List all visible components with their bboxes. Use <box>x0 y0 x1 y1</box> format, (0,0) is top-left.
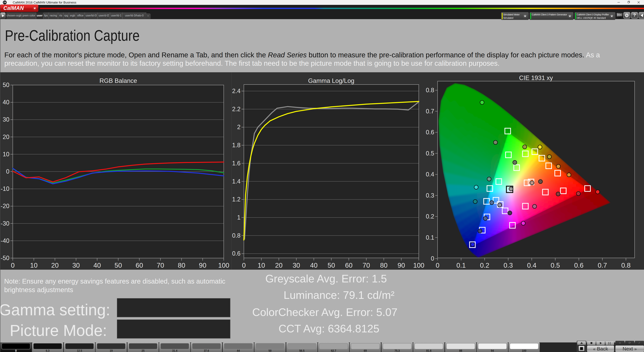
svg-text:0.4: 0.4 <box>527 262 536 269</box>
svg-text:0: 0 <box>6 168 10 175</box>
svg-text:1.4: 1.4 <box>232 178 240 185</box>
svg-text:0.5: 0.5 <box>426 150 434 157</box>
svg-text:10: 10 <box>30 262 38 269</box>
svg-text:-50: -50 <box>1 254 10 262</box>
svg-text:1: 1 <box>237 214 240 221</box>
svg-text:1.8: 1.8 <box>232 142 240 148</box>
svg-text:60: 60 <box>136 262 143 269</box>
svg-text:RGB Balance: RGB Balance <box>100 77 137 84</box>
svg-text:Gamma Log/Log: Gamma Log/Log <box>308 77 354 84</box>
svg-text:40: 40 <box>94 262 101 269</box>
svg-text:-30: -30 <box>1 220 10 227</box>
svg-text:1.2: 1.2 <box>232 196 240 203</box>
svg-text:0.7: 0.7 <box>598 262 607 269</box>
svg-text:0.2: 0.2 <box>480 262 489 269</box>
svg-text:1.6: 1.6 <box>232 160 240 167</box>
svg-text:0.8: 0.8 <box>426 87 434 94</box>
svg-text:80: 80 <box>178 262 185 269</box>
svg-text:30: 30 <box>3 116 10 123</box>
svg-text:40: 40 <box>3 99 10 106</box>
svg-text:10: 10 <box>258 262 265 269</box>
svg-text:0.6: 0.6 <box>232 250 240 257</box>
svg-text:0.5: 0.5 <box>550 262 560 269</box>
svg-text:-20: -20 <box>1 202 10 210</box>
svg-text:30: 30 <box>72 262 80 269</box>
svg-text:20: 20 <box>3 134 10 140</box>
svg-text:70: 70 <box>362 262 370 269</box>
svg-text:100: 100 <box>413 262 424 269</box>
svg-text:0.1: 0.1 <box>426 234 434 241</box>
svg-text:0.4: 0.4 <box>426 171 434 178</box>
svg-text:50: 50 <box>114 262 122 269</box>
svg-text:10: 10 <box>3 151 10 158</box>
svg-text:0.8: 0.8 <box>232 232 240 239</box>
svg-text:-40: -40 <box>1 237 10 244</box>
svg-text:CIE 1931 xy: CIE 1931 xy <box>519 74 553 81</box>
svg-text:80: 80 <box>380 262 388 269</box>
svg-text:0.2: 0.2 <box>426 213 434 220</box>
svg-text:20: 20 <box>51 262 59 269</box>
svg-text:20: 20 <box>275 262 282 269</box>
svg-text:-10: -10 <box>1 185 10 192</box>
svg-text:2.4: 2.4 <box>232 88 240 94</box>
svg-text:0: 0 <box>431 255 434 262</box>
svg-text:30: 30 <box>293 262 300 269</box>
svg-text:0.7: 0.7 <box>426 108 434 115</box>
svg-text:0: 0 <box>242 262 246 269</box>
svg-text:100: 100 <box>218 262 230 269</box>
svg-text:0.3: 0.3 <box>426 192 434 199</box>
svg-text:0.6: 0.6 <box>426 129 434 136</box>
svg-text:0.1: 0.1 <box>456 262 466 269</box>
svg-text:0.8: 0.8 <box>621 262 630 269</box>
svg-text:50: 50 <box>328 262 335 269</box>
svg-text:90: 90 <box>199 262 206 269</box>
svg-text:0: 0 <box>436 262 440 269</box>
svg-text:0.3: 0.3 <box>504 262 513 269</box>
svg-text:40: 40 <box>310 262 318 269</box>
svg-text:90: 90 <box>398 262 405 269</box>
svg-text:2.2: 2.2 <box>232 106 240 112</box>
svg-text:0: 0 <box>11 262 14 269</box>
svg-text:50: 50 <box>3 82 10 88</box>
svg-text:2: 2 <box>237 124 240 130</box>
svg-text:70: 70 <box>157 262 164 269</box>
svg-text:0.6: 0.6 <box>574 262 584 269</box>
svg-text:60: 60 <box>345 262 353 269</box>
